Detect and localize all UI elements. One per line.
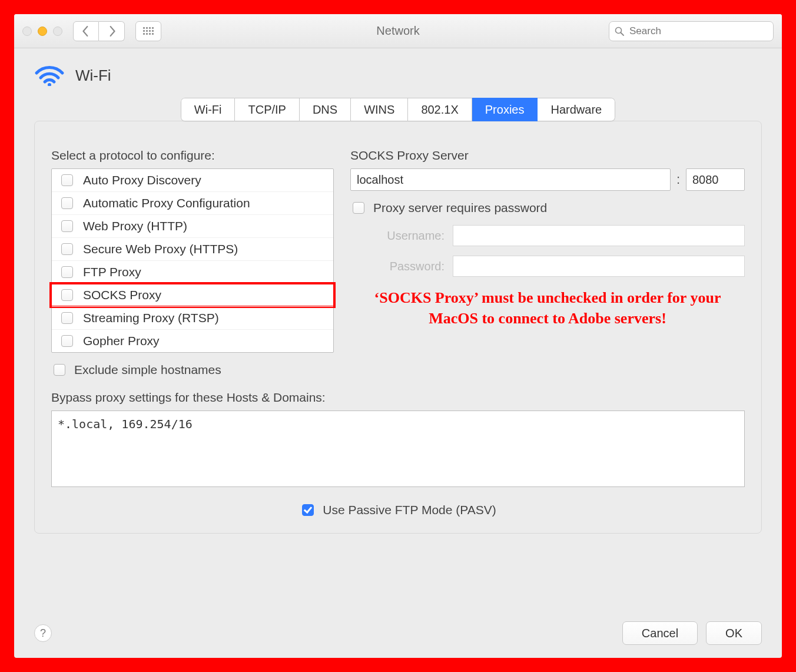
requires-password-label: Proxy server requires password: [373, 201, 547, 215]
minimize-window-button[interactable]: [38, 27, 47, 36]
forward-button[interactable]: [99, 21, 125, 41]
search-icon: [615, 27, 624, 36]
ok-button[interactable]: OK: [706, 621, 762, 645]
socks-annotation: ‘SOCKS Proxy’ must be unchecked in order…: [350, 287, 745, 329]
protocol-label: Web Proxy (HTTP): [83, 219, 187, 233]
passive-ftp-mode[interactable]: Use Passive FTP Mode (PASV): [300, 502, 496, 518]
protocol-automatic-proxy-configuration[interactable]: Automatic Proxy Configuration: [52, 191, 333, 214]
protocol-checkbox[interactable]: [61, 220, 73, 232]
search-field-wrap: [609, 21, 774, 41]
preferences-window: Network Wi-Fi Wi-FiTCP: [9, 9, 787, 663]
footer: ? Cancel OK: [34, 621, 762, 645]
chevron-left-icon: [82, 26, 90, 37]
username-label: Username:: [350, 229, 445, 243]
exclude-simple-checkbox[interactable]: [54, 364, 65, 376]
select-protocol-label: Select a protocol to configure:: [51, 148, 334, 163]
protocol-label: Auto Proxy Discovery: [83, 173, 201, 187]
proxy-port-input[interactable]: [686, 168, 745, 191]
requires-password-checkbox[interactable]: [353, 202, 364, 214]
traffic-lights: [22, 27, 62, 36]
tab-wins[interactable]: WINS: [351, 98, 408, 121]
protocol-checkbox[interactable]: [61, 312, 73, 324]
protocol-label: Streaming Proxy (RTSP): [83, 311, 219, 325]
exclude-simple-label: Exclude simple hostnames: [74, 363, 221, 377]
protocol-socks-proxy[interactable]: SOCKS Proxy: [52, 283, 333, 306]
protocol-checkbox[interactable]: [61, 243, 73, 255]
svg-point-2: [48, 83, 51, 86]
protocol-checkbox[interactable]: [61, 335, 73, 347]
tab-proxies[interactable]: Proxies: [472, 98, 538, 121]
protocol-streaming-proxy-rtsp-[interactable]: Streaming Proxy (RTSP): [52, 306, 333, 329]
requires-password[interactable]: Proxy server requires password: [350, 200, 745, 216]
proxy-host-input[interactable]: [350, 168, 671, 191]
protocol-label: Automatic Proxy Configuration: [83, 196, 250, 210]
tab-wi-fi[interactable]: Wi-Fi: [181, 98, 236, 121]
zoom-window-button[interactable]: [53, 27, 62, 36]
username-input[interactable]: [453, 225, 745, 246]
protocol-checkbox[interactable]: [61, 174, 73, 186]
tab-tcp-ip[interactable]: TCP/IP: [235, 98, 299, 121]
protocol-label: FTP Proxy: [83, 265, 141, 279]
bypass-textarea[interactable]: [51, 411, 745, 487]
protocol-label: Secure Web Proxy (HTTPS): [83, 242, 238, 256]
host-port-separator: :: [676, 172, 680, 187]
titlebar: Network: [14, 14, 782, 48]
proxy-server-label: SOCKS Proxy Server: [350, 148, 745, 163]
back-button[interactable]: [73, 21, 99, 41]
protocol-label: SOCKS Proxy: [83, 288, 161, 302]
svg-line-1: [621, 32, 624, 35]
search-input[interactable]: [609, 21, 774, 41]
tab-dns[interactable]: DNS: [300, 98, 351, 121]
passive-ftp-checkbox[interactable]: [302, 504, 314, 516]
nav-buttons: [73, 21, 125, 41]
protocol-ftp-proxy[interactable]: FTP Proxy: [52, 260, 333, 283]
tabs: Wi-FiTCP/IPDNSWINS802.1XProxiesHardware: [181, 98, 615, 121]
tab-hardware[interactable]: Hardware: [538, 98, 615, 121]
protocol-list: Auto Proxy DiscoveryAutomatic Proxy Conf…: [51, 168, 334, 353]
question-icon: ?: [40, 627, 46, 640]
passive-ftp-label: Use Passive FTP Mode (PASV): [323, 503, 496, 517]
close-window-button[interactable]: [22, 27, 32, 36]
protocol-gopher-proxy[interactable]: Gopher Proxy: [52, 329, 333, 352]
cancel-button[interactable]: Cancel: [622, 621, 698, 645]
password-label: Password:: [350, 260, 445, 273]
protocol-checkbox[interactable]: [61, 266, 73, 278]
show-all-button[interactable]: [135, 21, 161, 41]
protocol-secure-web-proxy-https-[interactable]: Secure Web Proxy (HTTPS): [52, 237, 333, 260]
bypass-label: Bypass proxy settings for these Hosts & …: [51, 390, 745, 405]
connection-name: Wi-Fi: [75, 67, 111, 85]
chevron-right-icon: [108, 26, 116, 37]
connection-header: Wi-Fi: [34, 62, 762, 88]
protocol-web-proxy-http-[interactable]: Web Proxy (HTTP): [52, 214, 333, 237]
proxies-panel: Select a protocol to configure: Auto Pro…: [34, 121, 762, 534]
grid-icon: [143, 27, 154, 35]
protocol-checkbox[interactable]: [61, 197, 73, 209]
wifi-icon: [34, 62, 65, 88]
help-button[interactable]: ?: [34, 624, 52, 642]
protocol-checkbox[interactable]: [61, 289, 73, 301]
tab-802-1x[interactable]: 802.1X: [408, 98, 472, 121]
protocol-label: Gopher Proxy: [83, 334, 160, 348]
password-input[interactable]: [453, 256, 745, 277]
exclude-simple-hostnames[interactable]: Exclude simple hostnames: [51, 362, 334, 378]
protocol-auto-proxy-discovery[interactable]: Auto Proxy Discovery: [52, 169, 333, 191]
